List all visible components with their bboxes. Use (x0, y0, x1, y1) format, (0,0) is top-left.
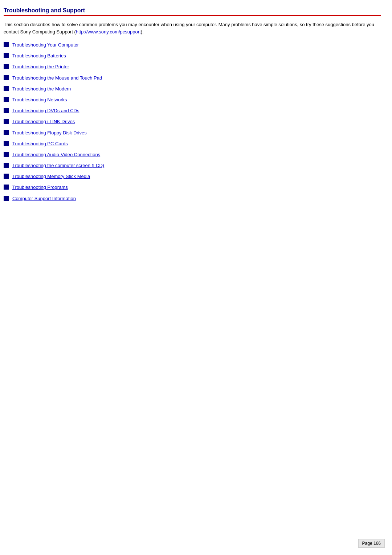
list-item: Troubleshooting Your Computer (4, 42, 381, 48)
troubleshooting-link-2[interactable]: Troubleshooting the Printer (12, 64, 69, 70)
bullet-icon (4, 75, 9, 80)
bullet-icon (4, 196, 9, 201)
list-item: Troubleshooting Programs (4, 184, 381, 191)
troubleshooting-link-14[interactable]: Computer Support Information (12, 195, 76, 202)
bullet-icon (4, 174, 9, 179)
intro-text-after: ). (141, 29, 144, 35)
list-item: Troubleshooting the Modem (4, 86, 381, 92)
bullet-icon (4, 152, 9, 157)
troubleshooting-link-3[interactable]: Troubleshooting the Mouse and Touch Pad (12, 75, 102, 81)
list-item: Computer Support Information (4, 195, 381, 202)
bullet-icon (4, 108, 9, 113)
bullet-icon (4, 130, 9, 135)
list-item: Troubleshooting Floppy Disk Drives (4, 130, 381, 136)
troubleshooting-link-9[interactable]: Troubleshooting PC Cards (12, 141, 68, 147)
page-container: Troubleshooting and Support This section… (0, 0, 392, 228)
bullet-icon (4, 86, 9, 91)
list-item: Troubleshooting the computer screen (LCD… (4, 162, 381, 169)
list-item: Troubleshooting DVDs and CDs (4, 108, 381, 114)
list-item: Troubleshooting Audio-Video Connections (4, 151, 381, 158)
bullet-icon (4, 185, 9, 190)
page-title: Troubleshooting and Support (4, 7, 381, 16)
troubleshooting-link-8[interactable]: Troubleshooting Floppy Disk Drives (12, 130, 87, 136)
list-item: Troubleshooting i.LINK Drives (4, 118, 381, 125)
bullet-icon (4, 97, 9, 102)
list-item: Troubleshooting Memory Stick Media (4, 173, 381, 180)
list-item: Troubleshooting Networks (4, 97, 381, 103)
list-item: Troubleshooting the Printer (4, 64, 381, 70)
troubleshooting-link-10[interactable]: Troubleshooting Audio-Video Connections (12, 151, 100, 158)
bullet-icon (4, 163, 9, 168)
troubleshooting-link-7[interactable]: Troubleshooting i.LINK Drives (12, 118, 75, 125)
troubleshooting-link-4[interactable]: Troubleshooting the Modem (12, 86, 71, 92)
troubleshooting-link-1[interactable]: Troubleshooting Batteries (12, 53, 66, 59)
list-item: Troubleshooting PC Cards (4, 141, 381, 147)
troubleshooting-link-list: Troubleshooting Your ComputerTroubleshoo… (4, 42, 381, 202)
troubleshooting-link-0[interactable]: Troubleshooting Your Computer (12, 42, 79, 48)
intro-paragraph: This section describes how to solve comm… (4, 21, 381, 35)
troubleshooting-link-6[interactable]: Troubleshooting DVDs and CDs (12, 108, 79, 114)
bullet-icon (4, 119, 9, 124)
intro-text-before: This section describes how to solve comm… (4, 22, 374, 35)
bullet-icon (4, 64, 9, 69)
troubleshooting-link-5[interactable]: Troubleshooting Networks (12, 97, 67, 103)
troubleshooting-link-12[interactable]: Troubleshooting Memory Stick Media (12, 173, 90, 180)
list-item: Troubleshooting the Mouse and Touch Pad (4, 75, 381, 81)
page-number: Page 166 (358, 539, 385, 548)
bullet-icon (4, 141, 9, 146)
troubleshooting-link-11[interactable]: Troubleshooting the computer screen (LCD… (12, 162, 104, 169)
sony-support-link[interactable]: http://www.sony.com/pcsupport (76, 29, 141, 35)
list-item: Troubleshooting Batteries (4, 53, 381, 59)
troubleshooting-link-13[interactable]: Troubleshooting Programs (12, 184, 68, 191)
bullet-icon (4, 42, 9, 47)
bullet-icon (4, 53, 9, 58)
